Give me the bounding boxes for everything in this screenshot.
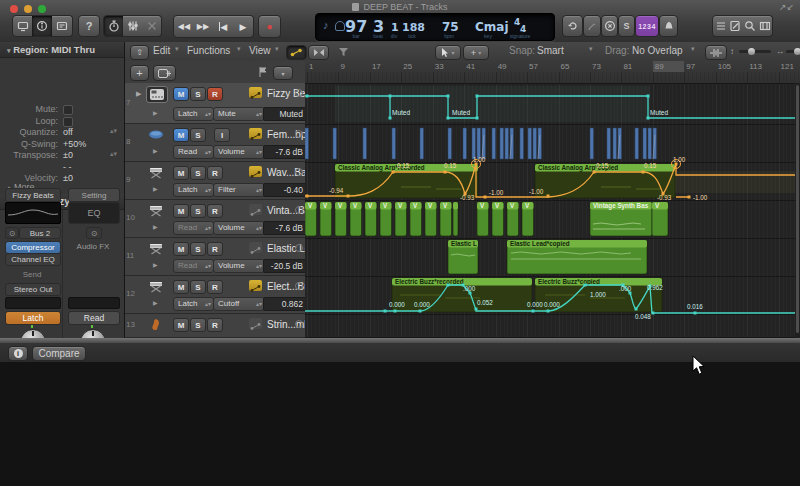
audio-transient-bar[interactable] — [643, 128, 646, 159]
automation-param-dropdown[interactable]: Volume▴▾ — [213, 221, 265, 235]
mute-track-button[interactable]: M — [173, 128, 189, 142]
region-param-value[interactable]: +50% — [63, 139, 86, 149]
track-on-indicator[interactable] — [295, 130, 303, 138]
automation-mode-dropdown[interactable]: Read▴▾ — [173, 259, 214, 273]
count-in-button[interactable]: 1234 — [635, 15, 659, 37]
record-enable-button[interactable]: R — [207, 318, 223, 332]
cycle-button[interactable] — [562, 15, 583, 37]
automation-node[interactable] — [584, 284, 587, 287]
automation-node[interactable] — [444, 171, 447, 174]
automation-node[interactable] — [392, 171, 395, 174]
region-param-value[interactable]: ±0 — [63, 173, 73, 183]
automation-lane-disclosure[interactable]: ▶ — [153, 299, 158, 306]
replace-button[interactable] — [601, 15, 618, 37]
lcd-tempo[interactable]: 75 — [442, 20, 459, 34]
automation-node[interactable] — [532, 310, 535, 313]
filter-button[interactable] — [335, 45, 352, 58]
catch-playhead-button[interactable]: ⇧ — [130, 45, 149, 60]
midi-region[interactable]: V — [522, 202, 534, 236]
drag-menu[interactable]: No Overlap — [632, 45, 683, 56]
input-monitor-button[interactable]: I — [214, 128, 230, 142]
midi-region[interactable]: V — [425, 202, 437, 236]
track-header-fem-bpm[interactable]: 8MSIFem...bpm▶Read▴▾Volume▴▾-7.6 dB — [125, 124, 305, 162]
vertical-zoom-thumb[interactable] — [748, 48, 755, 55]
audio-transient-bar[interactable] — [363, 128, 366, 159]
arrange-scrollbar[interactable] — [795, 83, 800, 338]
track-header-fizzy-beats[interactable]: 7▶MSRFizzy Beats▶Latch▴▾Mute▴▾Muted — [125, 83, 305, 124]
automation-param-dropdown[interactable]: Volume▴▾ — [213, 145, 265, 159]
audio-transient-bar[interactable] — [392, 128, 395, 159]
mute-track-button[interactable]: M — [173, 87, 189, 101]
track-header-strin-mble[interactable]: 13MSRStrin...mble — [125, 314, 305, 338]
vertical-zoom-slider[interactable] — [739, 50, 771, 53]
mute-track-button[interactable]: M — [173, 242, 189, 256]
record-enable-button[interactable]: R — [207, 166, 223, 180]
region-param-value[interactable]: off — [63, 127, 73, 137]
automation-lane-disclosure[interactable]: ▶ — [153, 185, 158, 192]
midi-region[interactable]: V — [335, 202, 347, 236]
track-automation-icon[interactable] — [249, 280, 262, 291]
setting-button[interactable]: Setting — [68, 188, 120, 202]
solo-track-button[interactable]: S — [190, 128, 206, 142]
automation-node[interactable] — [635, 308, 638, 311]
audio-transient-bar[interactable] — [463, 128, 466, 159]
solo-track-button[interactable]: S — [190, 204, 206, 218]
mute-track-button[interactable]: M — [173, 166, 189, 180]
audio-transient-bar[interactable] — [520, 128, 523, 159]
track-header-vinta-bass[interactable]: 10MSRVinta...Bass▶Read▴▾Volume▴▾-7.6 dB — [125, 200, 305, 238]
automation-node[interactable] — [389, 95, 392, 98]
automation-node[interactable] — [419, 310, 422, 313]
audio-transient-bar[interactable] — [505, 128, 508, 159]
automation-node[interactable] — [647, 117, 650, 120]
compare-button[interactable]: Compare — [32, 346, 86, 361]
edit-menu[interactable]: Edit — [153, 45, 170, 56]
record-enable-button[interactable]: R — [207, 87, 223, 101]
automation-node[interactable] — [389, 117, 392, 120]
add-track-button[interactable]: + — [130, 65, 149, 81]
automation-node[interactable] — [484, 196, 487, 199]
track-on-indicator[interactable] — [295, 282, 303, 290]
automation-lane-disclosure[interactable]: ▶ — [153, 261, 158, 268]
group-slot-output[interactable] — [68, 297, 120, 309]
solo-track-button[interactable]: S — [190, 87, 206, 101]
automation-node[interactable] — [384, 310, 387, 313]
track-disclosure-icon[interactable]: ▶ — [136, 90, 141, 98]
track-automation-icon[interactable] — [249, 204, 262, 215]
automation-value[interactable]: -20.5 dB — [263, 259, 307, 273]
automation-mode-dropdown[interactable]: Read▴▾ — [173, 221, 214, 235]
track-on-indicator[interactable] — [295, 244, 303, 252]
record-enable-button[interactable]: R — [207, 242, 223, 256]
metronome-settings-button[interactable] — [103, 15, 125, 37]
waveform-zoom-button[interactable] — [705, 45, 727, 60]
automation-param-dropdown[interactable]: Mute▴▾ — [213, 107, 265, 121]
mute-track-button[interactable]: M — [173, 280, 189, 294]
midi-region[interactable]: Elastic L — [448, 240, 478, 274]
midi-region[interactable]: V — [395, 202, 407, 236]
audio-transient-bar[interactable] — [590, 128, 593, 159]
automation-mode-dropdown[interactable]: Latch▴▾ — [173, 297, 214, 311]
automation-node[interactable] — [642, 171, 645, 174]
lcd-display[interactable]: ♪ 97 bar 3 beat 1 div 188 tick 75 bpm Cm… — [315, 13, 555, 41]
track-automation-icon[interactable] — [249, 242, 262, 253]
automation-node[interactable] — [547, 310, 550, 313]
track-automation-icon[interactable] — [249, 87, 262, 98]
automation-toggle-button[interactable] — [286, 45, 307, 60]
duplicate-track-button[interactable] — [153, 65, 176, 81]
audio-transient-bar[interactable] — [607, 128, 610, 159]
midi-region[interactable]: V — [365, 202, 377, 236]
eq-slot-button[interactable]: EQ — [68, 202, 120, 224]
automation-mode-read-button[interactable]: Read — [68, 311, 120, 325]
audio-transient-bar[interactable] — [613, 128, 616, 159]
automation-node[interactable] — [306, 95, 309, 98]
automation-mode-latch-button[interactable]: Latch — [5, 311, 61, 325]
midi-fx-icon[interactable]: ⊙ — [5, 227, 19, 239]
track-automation-icon[interactable] — [249, 128, 262, 139]
inspector-button[interactable] — [32, 15, 53, 37]
audio-transient-bar[interactable] — [420, 128, 423, 159]
midi-region[interactable]: Vintage Synth Bas — [590, 202, 652, 236]
automation-node[interactable] — [447, 117, 450, 120]
automation-node[interactable] — [647, 95, 650, 98]
solo-track-button[interactable]: S — [190, 318, 206, 332]
midi-region[interactable]: V — [350, 202, 362, 236]
metronome-button[interactable] — [659, 15, 678, 37]
